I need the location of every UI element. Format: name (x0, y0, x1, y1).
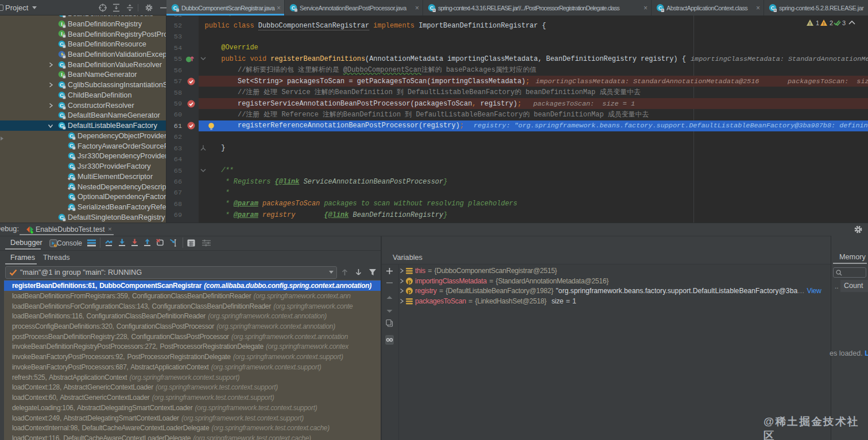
svg-text:I: I (61, 71, 63, 77)
svg-text:p: p (408, 278, 411, 284)
svg-text:!: ! (823, 21, 825, 26)
svg-text:p: p (408, 288, 411, 294)
svg-text:3: 3 (842, 20, 846, 26)
svg-text:1: 1 (816, 20, 819, 26)
svg-text:2: 2 (830, 20, 833, 26)
svg-text:I: I (61, 21, 63, 27)
svg-text:I: I (61, 30, 63, 37)
svg-text:!: ! (809, 21, 811, 26)
